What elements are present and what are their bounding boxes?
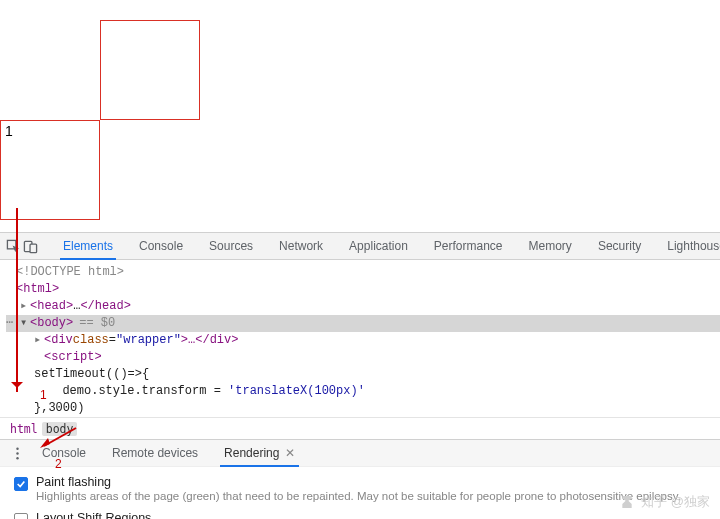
- tab-application[interactable]: Application: [336, 233, 421, 259]
- page-render-area: 1: [0, 0, 720, 232]
- elements-breadcrumbs[interactable]: html body: [0, 417, 720, 439]
- script-open-node[interactable]: <script>: [6, 349, 720, 366]
- svg-point-7: [16, 456, 18, 458]
- script-line-1[interactable]: setTimeout(()=>{: [6, 366, 720, 383]
- drawer-menu-icon[interactable]: [6, 443, 28, 463]
- option-title: Layout Shift Regions: [36, 511, 630, 519]
- svg-rect-4: [30, 244, 37, 252]
- crumb-html[interactable]: html: [10, 422, 38, 436]
- script-line-3[interactable]: },3000): [6, 400, 720, 417]
- option-desc: Highlights areas of the page (green) tha…: [36, 489, 681, 503]
- body-node-selected[interactable]: ⋯▾<body>== $0: [6, 315, 720, 332]
- doctype-node[interactable]: <!DOCTYPE html>: [16, 264, 124, 281]
- svg-point-5: [16, 447, 18, 449]
- demo-box-original: 1: [0, 120, 100, 220]
- drawer-tab-rendering[interactable]: Rendering ✕: [212, 440, 307, 466]
- tab-network[interactable]: Network: [266, 233, 336, 259]
- annotation-arrow-1: [16, 208, 18, 392]
- option-paint-flashing[interactable]: Paint flashing Highlights areas of the p…: [14, 475, 706, 503]
- inspect-icon[interactable]: [6, 236, 21, 256]
- svg-point-6: [16, 452, 18, 454]
- close-icon[interactable]: ✕: [285, 446, 295, 460]
- script-line-2[interactable]: demo.style.transform = 'translateX(100px…: [6, 383, 720, 400]
- tab-console[interactable]: Console: [126, 233, 196, 259]
- crumb-body[interactable]: body: [42, 422, 78, 436]
- div-wrapper-node[interactable]: ▸<div class="wrapper">…</div>: [6, 332, 720, 349]
- elements-dom-tree[interactable]: <!DOCTYPE html> <html> ▸<head>…</head> ⋯…: [0, 260, 720, 417]
- devtools-tabs: Elements Console Sources Network Applica…: [50, 233, 720, 259]
- html-open[interactable]: <html>: [16, 281, 59, 298]
- demo-box-number: 1: [5, 123, 13, 139]
- drawer-toolbar: Console Remote devices Rendering ✕: [0, 439, 720, 467]
- rendering-panel: Paint flashing Highlights areas of the p…: [0, 467, 720, 519]
- tab-elements[interactable]: Elements: [50, 233, 126, 259]
- drawer-tab-console[interactable]: Console: [30, 440, 98, 466]
- option-layout-shift-regions[interactable]: Layout Shift Regions Highlights areas of…: [14, 511, 706, 519]
- option-title: Paint flashing: [36, 475, 681, 489]
- demo-box-moved: [100, 20, 200, 120]
- checkbox-layout-shift[interactable]: [14, 513, 28, 519]
- devtools-toolbar: Elements Console Sources Network Applica…: [0, 232, 720, 260]
- tab-memory[interactable]: Memory: [516, 233, 585, 259]
- checkbox-paint-flashing[interactable]: [14, 477, 28, 491]
- drawer-tab-remote-devices[interactable]: Remote devices: [100, 440, 210, 466]
- tab-performance[interactable]: Performance: [421, 233, 516, 259]
- tab-sources[interactable]: Sources: [196, 233, 266, 259]
- tab-security[interactable]: Security: [585, 233, 654, 259]
- device-toggle-icon[interactable]: [23, 236, 38, 256]
- tab-lighthouse[interactable]: Lighthouse: [654, 233, 720, 259]
